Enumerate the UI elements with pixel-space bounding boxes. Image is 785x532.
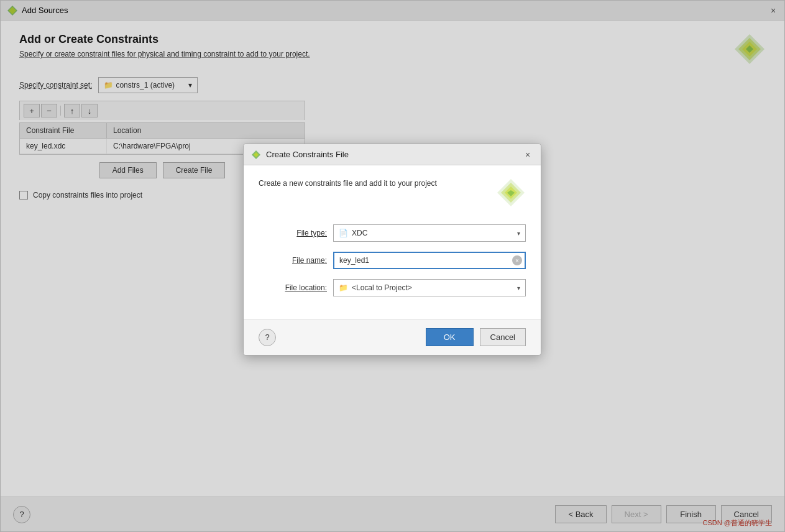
file-type-row: File type: 📄 XDC ▾ bbox=[259, 224, 526, 242]
dialog-body: Create a new constraints file and add it… bbox=[244, 165, 541, 319]
dialog-title-bar: Create Constraints File × bbox=[244, 144, 541, 165]
dialog-ok-button[interactable]: OK bbox=[426, 328, 474, 346]
dialog-action-buttons: OK Cancel bbox=[426, 328, 526, 346]
file-name-input[interactable] bbox=[333, 252, 526, 269]
create-constraints-dialog: Create Constraints File × Create a new c… bbox=[243, 144, 541, 355]
file-type-arrow-icon: ▾ bbox=[517, 230, 520, 237]
file-type-dropdown[interactable]: 📄 XDC ▾ bbox=[333, 224, 526, 242]
file-location-row: File location: 📁 <Local to Project> ▾ bbox=[259, 279, 526, 296]
dialog-title-text: Create Constraints File bbox=[266, 150, 349, 159]
file-location-control: 📁 <Local to Project> ▾ bbox=[333, 279, 526, 296]
xdc-file-icon: 📄 bbox=[339, 229, 348, 237]
dialog-help-button[interactable]: ? bbox=[259, 329, 276, 346]
location-folder-icon: 📁 bbox=[339, 283, 348, 292]
dialog-cancel-button[interactable]: Cancel bbox=[480, 328, 526, 346]
dialog-title-left: Create Constraints File bbox=[251, 150, 349, 160]
dialog-brand-logo bbox=[496, 178, 526, 209]
file-location-dropdown[interactable]: 📁 <Local to Project> ▾ bbox=[333, 279, 526, 296]
dialog-logo-icon bbox=[251, 150, 261, 160]
file-type-value: XDC bbox=[352, 229, 513, 237]
dialog-description: Create a new constraints file and add it… bbox=[259, 178, 437, 189]
file-name-control: × bbox=[333, 252, 526, 269]
dialog-description-row: Create a new constraints file and add it… bbox=[259, 178, 526, 209]
file-type-control: 📄 XDC ▾ bbox=[333, 224, 526, 242]
main-window: Add Sources × Add or Create Constraints … bbox=[0, 0, 785, 532]
file-location-arrow-icon: ▾ bbox=[517, 285, 520, 291]
file-name-label: File name: bbox=[259, 256, 327, 265]
file-type-label: File type: bbox=[259, 229, 327, 237]
file-name-input-wrap: × bbox=[333, 252, 526, 269]
file-location-value: <Local to Project> bbox=[352, 283, 513, 292]
file-name-row: File name: × bbox=[259, 252, 526, 269]
input-clear-button[interactable]: × bbox=[512, 255, 522, 265]
dialog-footer: ? OK Cancel bbox=[244, 319, 541, 355]
file-location-label: File location: bbox=[259, 283, 327, 292]
dialog-close-button[interactable]: × bbox=[522, 149, 533, 160]
